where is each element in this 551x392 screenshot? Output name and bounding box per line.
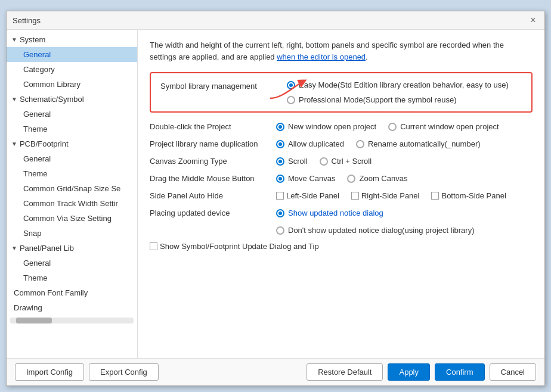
label-canvas-zoom: Canvas Zooming Type bbox=[150, 157, 269, 166]
chevron-down-icon: ▼ bbox=[11, 141, 17, 147]
checkbox-left-side[interactable]: Left-Side Panel bbox=[276, 191, 339, 200]
checkbox-left-side-label: Left-Side Panel bbox=[286, 191, 339, 200]
sidebar-item-general[interactable]: General bbox=[7, 47, 137, 62]
options-double-click: New window open project Current window o… bbox=[276, 122, 499, 131]
radio-show-notice-label: Show updated notice dialog bbox=[288, 209, 383, 217]
radio-new-window-label: New window open project bbox=[288, 122, 376, 131]
sidebar-item-sch-general[interactable]: General bbox=[7, 107, 137, 122]
sidebar-item-pcb-general[interactable]: General bbox=[7, 151, 137, 166]
sidebar-item-common-font[interactable]: Common Font Family bbox=[7, 285, 137, 300]
lib-management-label: Symbol library management bbox=[160, 80, 280, 91]
radio-move-canvas[interactable]: Move Canvas bbox=[276, 174, 335, 183]
checkbox-bottom-side[interactable]: Bottom-Side Panel bbox=[431, 191, 506, 200]
row-show-symbol-update: Show Symbol/Footprint Update Dialog and … bbox=[150, 242, 533, 251]
sidebar-scrollbar-thumb bbox=[16, 318, 52, 323]
radio-allow-dup[interactable]: Allow duplicated bbox=[276, 139, 344, 148]
radio-rename-auto-label: Rename automatically(_number) bbox=[368, 139, 481, 148]
radio-show-notice[interactable]: Show updated notice dialog bbox=[276, 209, 383, 217]
sidebar-item-pcb-track[interactable]: Common Track Width Settir bbox=[7, 196, 137, 211]
main-content: The width and height of the current left… bbox=[138, 30, 544, 358]
radio-zoom-canvas-icon[interactable] bbox=[347, 175, 355, 183]
sidebar-group-schematic[interactable]: ▼ Schematic/Symbol bbox=[7, 92, 137, 107]
radio-no-show-notice-label: Don't show updated notice dialog(using p… bbox=[288, 226, 475, 235]
cancel-button[interactable]: Cancel bbox=[490, 363, 536, 381]
radio-no-show-notice[interactable]: Don't show updated notice dialog(using p… bbox=[276, 226, 475, 235]
close-button[interactable]: × bbox=[528, 15, 538, 26]
radio-current-window[interactable]: Current window open project bbox=[388, 122, 499, 131]
sidebar-scrollbar[interactable] bbox=[10, 318, 134, 323]
checkbox-right-side[interactable]: Right-Side Panel bbox=[351, 191, 420, 200]
checkbox-show-symbol-update-box[interactable] bbox=[150, 242, 157, 250]
radio-rename-auto[interactable]: Rename automatically(_number) bbox=[356, 139, 481, 148]
footer-left: Import Config Export Config bbox=[15, 363, 159, 381]
radio-current-window-label: Current window open project bbox=[400, 122, 499, 131]
sidebar-item-sch-theme[interactable]: Theme bbox=[7, 122, 137, 136]
row-canvas-zoom: Canvas Zooming Type Scroll Ctrl + Scroll bbox=[150, 157, 533, 166]
radio-new-window[interactable]: New window open project bbox=[276, 122, 376, 131]
label-side-panel: Side Panel Auto Hide bbox=[150, 191, 269, 200]
lib-management-row: Symbol library management Easy Mode(Std … bbox=[160, 80, 522, 104]
footer-right: Restore Default Apply Confirm Cancel bbox=[307, 363, 536, 381]
radio-rename-auto-icon[interactable] bbox=[356, 140, 364, 148]
dialog-title: Settings bbox=[13, 16, 41, 25]
restore-default-button[interactable]: Restore Default bbox=[307, 363, 383, 381]
sidebar-item-panel-theme[interactable]: Theme bbox=[7, 270, 137, 285]
sidebar-group-panel-label: Panel/Panel Lib bbox=[20, 244, 74, 253]
radio-easy-icon[interactable] bbox=[287, 81, 295, 89]
checkbox-bottom-side-label: Bottom-Side Panel bbox=[441, 191, 506, 200]
radio-easy-mode[interactable]: Easy Mode(Std Edition library creation b… bbox=[287, 80, 509, 89]
radio-ctrl-scroll[interactable]: Ctrl + Scroll bbox=[320, 157, 372, 166]
radio-show-notice-icon[interactable] bbox=[276, 209, 284, 217]
sidebar-group-pcb[interactable]: ▼ PCB/Footprint bbox=[7, 136, 137, 151]
row-double-click: Double-click the Project New window open… bbox=[150, 122, 533, 131]
export-config-button[interactable]: Export Config bbox=[89, 363, 159, 381]
radio-move-canvas-icon[interactable] bbox=[276, 175, 284, 183]
radio-zoom-canvas[interactable]: Zoom Canvas bbox=[347, 174, 407, 183]
sidebar-group-panel[interactable]: ▼ Panel/Panel Lib bbox=[7, 241, 137, 256]
radio-professional-icon[interactable] bbox=[287, 96, 295, 104]
row-project-library: Project library name duplication Allow d… bbox=[150, 139, 533, 148]
radio-scroll-label: Scroll bbox=[288, 157, 308, 166]
dialog-footer: Import Config Export Config Restore Defa… bbox=[7, 358, 544, 385]
sidebar-item-drawing[interactable]: Drawing bbox=[7, 300, 137, 315]
radio-current-window-icon[interactable] bbox=[388, 123, 397, 131]
radio-easy-label: Easy Mode(Std Edition library creation b… bbox=[299, 80, 509, 89]
sidebar-item-panel-general[interactable]: General bbox=[7, 256, 137, 270]
radio-zoom-canvas-label: Zoom Canvas bbox=[359, 174, 407, 183]
checkbox-show-symbol-update[interactable]: Show Symbol/Footprint Update Dialog and … bbox=[150, 242, 319, 251]
label-drag-middle: Drag the Middle Mouse Button bbox=[150, 174, 269, 183]
label-project-library: Project library name duplication bbox=[150, 139, 269, 148]
radio-professional-mode[interactable]: Professional Mode(Support the symbol reu… bbox=[287, 95, 509, 104]
options-drag-middle: Move Canvas Zoom Canvas bbox=[276, 174, 407, 183]
checkbox-bottom-side-box[interactable] bbox=[431, 192, 439, 200]
sidebar-item-pcb-via[interactable]: Common Via Size Setting bbox=[7, 211, 137, 226]
row-placing-updated: Placing updated device Show updated noti… bbox=[150, 209, 533, 217]
sidebar-item-category[interactable]: Category bbox=[7, 62, 137, 77]
sidebar-item-pcb-theme[interactable]: Theme bbox=[7, 166, 137, 181]
radio-allow-dup-label: Allow duplicated bbox=[288, 139, 344, 148]
radio-no-show-notice-icon[interactable] bbox=[276, 226, 284, 235]
sidebar-group-system[interactable]: ▼ System bbox=[7, 32, 137, 47]
radio-scroll-icon[interactable] bbox=[276, 157, 284, 166]
options-canvas-zoom: Scroll Ctrl + Scroll bbox=[276, 157, 372, 166]
radio-ctrl-scroll-icon[interactable] bbox=[320, 157, 328, 166]
confirm-button[interactable]: Confirm bbox=[435, 363, 485, 381]
apply-button[interactable]: Apply bbox=[388, 363, 430, 381]
sidebar-item-pcb-snap[interactable]: Snap bbox=[7, 226, 137, 241]
lib-options: Easy Mode(Std Edition library creation b… bbox=[287, 80, 509, 104]
radio-professional-label: Professional Mode(Support the symbol reu… bbox=[299, 95, 456, 104]
checkbox-left-side-box[interactable] bbox=[276, 192, 284, 200]
checkbox-show-symbol-update-label: Show Symbol/Footprint Update Dialog and … bbox=[160, 242, 319, 251]
dialog-titlebar: Settings × bbox=[7, 11, 544, 30]
radio-scroll[interactable]: Scroll bbox=[276, 157, 308, 166]
checkbox-right-side-box[interactable] bbox=[351, 192, 359, 200]
sidebar-item-pcb-grid[interactable]: Common Grid/Snap Size Se bbox=[7, 181, 137, 196]
row-drag-middle: Drag the Middle Mouse Button Move Canvas… bbox=[150, 174, 533, 183]
radio-allow-dup-icon[interactable] bbox=[276, 140, 284, 148]
dialog-body: ▼ System General Category Common Library… bbox=[7, 30, 544, 358]
sidebar: ▼ System General Category Common Library… bbox=[7, 30, 138, 358]
radio-new-window-icon[interactable] bbox=[276, 123, 284, 131]
sidebar-item-common-library[interactable]: Common Library bbox=[7, 77, 137, 92]
import-config-button[interactable]: Import Config bbox=[15, 363, 84, 381]
radio-move-canvas-label: Move Canvas bbox=[288, 174, 335, 183]
